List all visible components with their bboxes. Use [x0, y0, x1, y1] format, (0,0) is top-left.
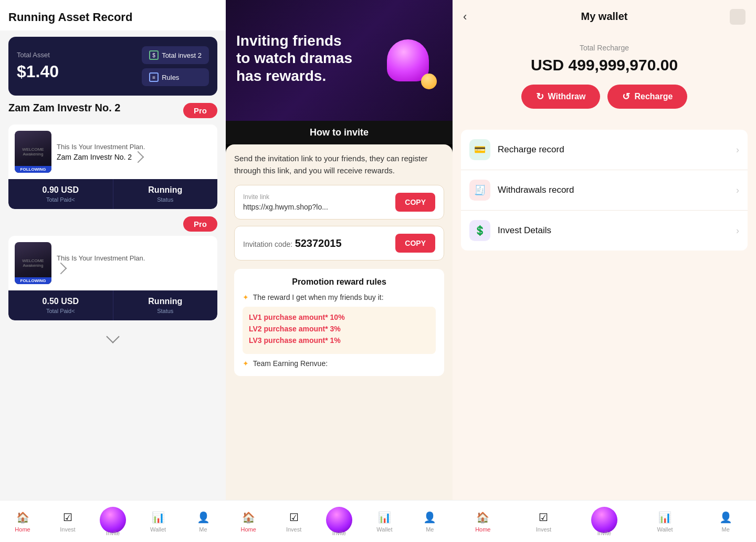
star-icon-2: ✦ [243, 359, 249, 368]
total-invest-button[interactable]: $ Total invest 2 [142, 46, 209, 64]
total-recharge-label: Total Recharge [463, 44, 746, 52]
promo-level-1: LV1 purchase amount* 10% [249, 313, 429, 321]
invite-hero-title: Inviting friendsto watch dramashas rewar… [236, 32, 374, 85]
invest-stat-amount-1: 0.90 USD Total Paid< [8, 179, 113, 209]
wallet-header-spacer [730, 9, 746, 25]
withdrawals-record-item[interactable]: 🧾 Withdrawals record › [461, 170, 748, 211]
total-recharge-section: Total Recharge USD 499,999,970.00 ↻ With… [453, 28, 756, 119]
lv2-percent: 3% [330, 325, 341, 333]
nav-wallet-1[interactable]: 📊 Wallet [135, 510, 181, 533]
invest-details-item[interactable]: 💲 Invest Details › [461, 211, 748, 251]
me-icon-3: 👤 [719, 510, 732, 524]
invest-card-2-bottom: 0.50 USD Total Paid< Running Status [8, 290, 217, 320]
back-button[interactable]: ‹ [463, 10, 467, 24]
invest-plan-text-1: This Is Your Investment Plan. [57, 143, 211, 151]
me-label-2: Me [426, 526, 434, 533]
invest-amount-value-2: 0.50 USD [17, 297, 104, 306]
home-label-3: Home [475, 526, 490, 533]
wallet-nav-icon-1: 📊 [151, 510, 165, 524]
invest-card-1-top: WELCOMEAwakening FOLLOWING This Is Your … [8, 124, 217, 179]
bottom-nav-1: 🏠 Home ☑ Invest Invite 📊 Wallet 👤 Me [0, 500, 226, 542]
invest-stat-status-1: Running Status [113, 179, 218, 209]
lv3-percent: 1% [330, 336, 341, 345]
nav-invite-3[interactable]: Invite [574, 507, 635, 536]
promo-levels: LV1 purchase amount* 10% LV2 purchase am… [243, 307, 436, 354]
bottom-nav-3: 🏠 Home ☑ Invest Invite 📊 Wallet 👤 Me [453, 500, 756, 542]
nav-home-2[interactable]: 🏠 Home [226, 510, 271, 533]
lv1-label: LV1 purchase amount* [249, 313, 328, 321]
home-icon-1: 🏠 [16, 510, 29, 524]
promo-level-2: LV2 purchase amount* 3% [249, 325, 429, 333]
team-earning-label: Team Earning Renvue: [253, 359, 328, 368]
panel1-header: Running Asset Record [0, 0, 226, 30]
nav-me-3[interactable]: 👤 Me [695, 510, 756, 533]
nav-invest-3[interactable]: ☑ Invest [513, 510, 574, 533]
invest-label-3: Invest [536, 526, 551, 533]
invest-details-chevron: › [736, 225, 739, 236]
recharge-record-icon: 💳 [469, 139, 490, 160]
rules-button[interactable]: ≡ Rules [142, 68, 209, 86]
nav-invite-2[interactable]: Invite [317, 507, 362, 536]
invest-nav-icon-3: ☑ [537, 510, 550, 524]
how-to-invite-title: How to invite [232, 127, 446, 138]
nav-invite-1[interactable]: Invite [90, 507, 135, 536]
me-label-1: Me [199, 526, 207, 533]
total-recharge-value: USD 499,999,970.00 [463, 56, 746, 74]
invite-icon-2 [326, 507, 352, 533]
invest-card-1-info: This Is Your Investment Plan. Zam Zam In… [57, 143, 211, 161]
invest-status-value-2: Running [122, 297, 209, 306]
coin-illustration [421, 74, 437, 89]
nav-wallet-2[interactable]: 📊 Wallet [362, 510, 407, 533]
total-invest-label: Total invest 2 [162, 51, 202, 59]
reward-intro-text: The reward I get when my friends buy it: [253, 293, 384, 301]
invest-thumb-2: WELCOMEAwakening FOLLOWING [15, 242, 51, 284]
invest-card-2-info: This Is Your Investment Plan. [57, 254, 211, 273]
panel-running-asset: Running Asset Record Total Asset $1.40 $… [0, 0, 226, 542]
invite-code-box: Invitation code: 52372015 COPY [234, 226, 444, 260]
following-badge-2: FOLLOWING [15, 277, 51, 284]
invest-card-1-bottom: 0.90 USD Total Paid< Running Status [8, 179, 217, 209]
promo-title: Promotion reward rules [243, 277, 436, 287]
lv2-label: LV2 purchase amount* [249, 325, 328, 333]
recharge-button[interactable]: ↺ Recharge [607, 85, 687, 109]
lv3-label: LV3 purchase amount* [249, 336, 328, 345]
load-more[interactable] [8, 328, 217, 348]
chevron-right-icon-1 [132, 151, 144, 163]
nav-home-3[interactable]: 🏠 Home [453, 510, 513, 533]
pro-badge-1[interactable]: Pro [183, 103, 217, 118]
pro-badge-2[interactable]: Pro [183, 216, 217, 232]
invest-card-2: WELCOMEAwakening FOLLOWING This Is Your … [8, 236, 217, 320]
recharge-record-item[interactable]: 💳 Recharge record › [461, 130, 748, 170]
nav-home-1[interactable]: 🏠 Home [0, 510, 45, 533]
invest-stat-status-2: Running Status [113, 290, 218, 320]
home-label-2: Home [241, 526, 256, 533]
invest-card-1: WELCOMEAwakening FOLLOWING This Is Your … [8, 124, 217, 209]
invest-stat-amount-2: 0.50 USD Total Paid< [8, 290, 113, 320]
invest-amount-label-1: Total Paid< [17, 196, 104, 203]
withdrawals-record-label: Withdrawals record [498, 185, 736, 195]
nav-me-2[interactable]: 👤 Me [407, 510, 453, 533]
invite-label-1: Invite [106, 530, 120, 536]
nav-wallet-3[interactable]: 📊 Wallet [635, 510, 696, 533]
bottom-nav-2: 🏠 Home ☑ Invest Invite 📊 Wallet 👤 Me [226, 500, 453, 542]
invest-thumb-1: WELCOMEAwakening FOLLOWING [15, 131, 51, 173]
withdrawals-record-icon: 🧾 [469, 180, 490, 201]
invite-description: Send the invitation link to your friends… [234, 153, 444, 176]
invite-hero: Inviting friendsto watch dramashas rewar… [226, 0, 453, 121]
withdrawals-record-chevron: › [736, 185, 739, 196]
invest-amount-label-2: Total Paid< [17, 308, 104, 314]
invest-label-1: Invest [60, 526, 75, 533]
thumb-text-2: WELCOMEAwakening [20, 256, 46, 270]
nav-invest-2[interactable]: ☑ Invest [271, 510, 316, 533]
nav-invest-1[interactable]: ☑ Invest [45, 510, 90, 533]
copy-link-button[interactable]: COPY [395, 193, 435, 212]
nav-me-1[interactable]: 👤 Me [181, 510, 226, 533]
recharge-icon: ↺ [622, 91, 630, 102]
panel-invite: Inviting friendsto watch dramashas rewar… [226, 0, 453, 542]
lv1-percent: 10% [330, 313, 345, 321]
withdraw-button[interactable]: ↻ Withdraw [521, 85, 601, 109]
invest-card-2-top: WELCOMEAwakening FOLLOWING This Is Your … [8, 236, 217, 290]
invite-icon-1 [100, 507, 126, 533]
promo-level-3: LV3 purchase amount* 1% [249, 336, 429, 345]
copy-code-button[interactable]: COPY [395, 234, 435, 253]
